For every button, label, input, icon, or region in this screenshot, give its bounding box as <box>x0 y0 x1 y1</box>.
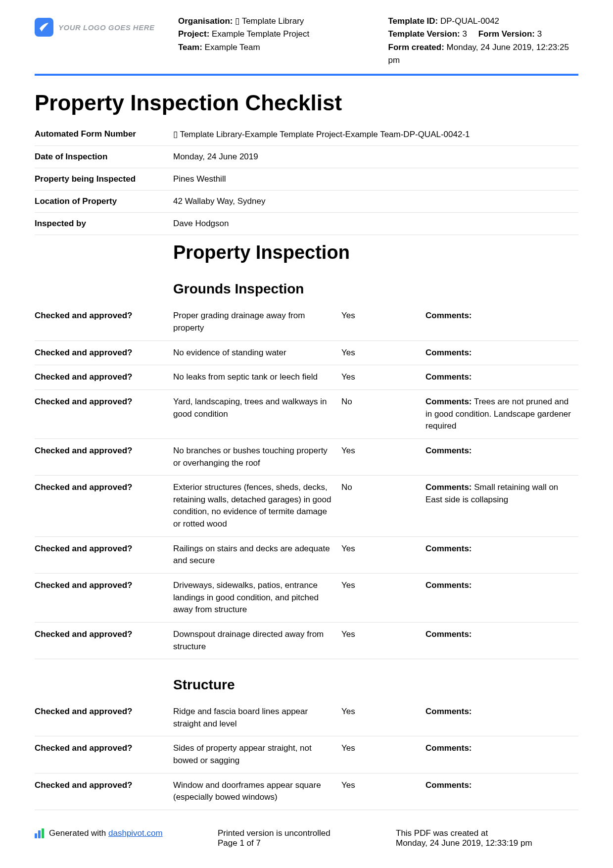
comments-label: Comments: <box>425 372 472 382</box>
check-row: Checked and approved?No branches or bush… <box>35 438 578 475</box>
check-row: Checked and approved?Ridge and fascia bo… <box>35 700 578 736</box>
check-desc: Driveways, sidewalks, patios, entrance l… <box>173 573 341 622</box>
check-desc: Window and doorframes appear square (esp… <box>173 773 341 810</box>
check-desc: Ridge and fascia board lines appear stra… <box>173 700 341 736</box>
check-row: Checked and approved?Exterior structures… <box>35 476 578 537</box>
grounds-table: Checked and approved?Proper grading drai… <box>35 304 578 659</box>
bars-icon <box>35 828 44 838</box>
comments-label: Comments: <box>425 348 472 357</box>
section-heading: Property Inspection <box>35 242 578 263</box>
info-value: Dave Hodgson <box>173 213 578 235</box>
check-comments: Comments: <box>425 365 578 390</box>
comments-label: Comments: <box>425 707 472 716</box>
comments-label: Comments: <box>425 629 472 639</box>
check-comments: Comments: <box>425 340 578 365</box>
comments-label: Comments: <box>425 580 472 590</box>
info-label: Date of Inspection <box>35 146 173 168</box>
comments-label: Comments: <box>425 446 472 455</box>
info-label: Automated Form Number <box>35 123 173 146</box>
page: YOUR LOGO GOES HERE Organisation: ▯ Temp… <box>0 0 613 868</box>
info-row: Date of InspectionMonday, 24 June 2019 <box>35 146 578 168</box>
team-value: Example Team <box>205 43 260 52</box>
logo-icon <box>35 18 53 37</box>
check-answer: Yes <box>341 304 425 340</box>
check-question-label: Checked and approved? <box>35 340 173 365</box>
info-row: Location of Property42 Wallaby Way, Sydn… <box>35 191 578 213</box>
check-answer: Yes <box>341 536 425 573</box>
check-desc: Exterior structures (fences, sheds, deck… <box>173 476 341 537</box>
comments-label: Comments: <box>425 482 472 492</box>
form-version-value: 3 <box>537 29 542 39</box>
info-row: Property being InspectedPines Westhill <box>35 168 578 191</box>
uncontrolled-text: Printed version is uncontrolled <box>218 828 396 838</box>
check-desc: Downspout drainage directed away from st… <box>173 622 341 659</box>
generated-prefix: Generated with <box>49 828 108 838</box>
check-comments: Comments: Small retaining wall on East s… <box>425 476 578 537</box>
check-answer: Yes <box>341 773 425 810</box>
header: YOUR LOGO GOES HERE Organisation: ▯ Temp… <box>35 15 578 76</box>
page-number: Page 1 of 7 <box>218 838 396 848</box>
check-desc: Yard, landscaping, trees and walkways in… <box>173 389 341 438</box>
check-answer: Yes <box>341 340 425 365</box>
info-row: Inspected byDave Hodgson <box>35 213 578 235</box>
template-id-label: Template ID: <box>388 16 438 26</box>
logo-text: YOUR LOGO GOES HERE <box>58 23 155 32</box>
check-desc: No branches or bushes touching property … <box>173 438 341 475</box>
logo-block: YOUR LOGO GOES HERE <box>35 15 178 37</box>
check-comments: Comments: <box>425 773 578 810</box>
check-question-label: Checked and approved? <box>35 536 173 573</box>
info-label: Location of Property <box>35 191 173 213</box>
structure-heading: Structure <box>35 677 578 693</box>
check-comments: Comments: <box>425 736 578 773</box>
comments-label: Comments: <box>425 311 472 320</box>
check-desc: No evidence of standing water <box>173 340 341 365</box>
page-title: Property Inspection Checklist <box>35 91 578 115</box>
info-table: Automated Form Number▯ Template Library-… <box>35 123 578 235</box>
org-value: ▯ Template Library <box>235 16 304 26</box>
check-row: Checked and approved?Sides of property a… <box>35 736 578 773</box>
info-row: Automated Form Number▯ Template Library-… <box>35 123 578 146</box>
comments-label: Comments: <box>425 780 472 790</box>
check-question-label: Checked and approved? <box>35 622 173 659</box>
footer: Generated with dashpivot.com Printed ver… <box>35 828 578 848</box>
form-created-label: Form created: <box>388 43 444 52</box>
pdf-created-label: This PDF was created at <box>396 828 578 838</box>
check-comments: Comments: <box>425 438 578 475</box>
check-desc: Railings on stairs and decks are adequat… <box>173 536 341 573</box>
check-comments: Comments: Trees are not pruned and in go… <box>425 389 578 438</box>
project-value: Example Template Project <box>212 29 309 39</box>
check-question-label: Checked and approved? <box>35 736 173 773</box>
pdf-created-value: Monday, 24 June 2019, 12:33:19 pm <box>396 838 578 848</box>
check-answer: Yes <box>341 573 425 622</box>
check-answer: No <box>341 389 425 438</box>
check-comments: Comments: <box>425 573 578 622</box>
check-row: Checked and approved?Railings on stairs … <box>35 536 578 573</box>
grounds-heading: Grounds Inspection <box>35 281 578 297</box>
check-answer: Yes <box>341 736 425 773</box>
check-row: Checked and approved?Downspout drainage … <box>35 622 578 659</box>
check-answer: Yes <box>341 622 425 659</box>
check-question-label: Checked and approved? <box>35 476 173 537</box>
check-question-label: Checked and approved? <box>35 573 173 622</box>
project-label: Project: <box>178 29 209 39</box>
check-comments: Comments: <box>425 304 578 340</box>
generated-link[interactable]: dashpivot.com <box>108 828 163 838</box>
check-question-label: Checked and approved? <box>35 365 173 390</box>
form-version-label: Form Version: <box>478 29 535 39</box>
info-label: Property being Inspected <box>35 168 173 191</box>
check-desc: No leaks from septic tank or leech field <box>173 365 341 390</box>
check-row: Checked and approved?Yard, landscaping, … <box>35 389 578 438</box>
check-question-label: Checked and approved? <box>35 700 173 736</box>
info-label: Inspected by <box>35 213 173 235</box>
check-comments: Comments: <box>425 622 578 659</box>
check-answer: Yes <box>341 365 425 390</box>
team-label: Team: <box>178 43 202 52</box>
structure-table: Checked and approved?Ridge and fascia bo… <box>35 700 578 810</box>
template-version-label: Template Version: <box>388 29 460 39</box>
check-question-label: Checked and approved? <box>35 773 173 810</box>
info-value: ▯ Template Library-Example Template Proj… <box>173 123 578 146</box>
info-value: Monday, 24 June 2019 <box>173 146 578 168</box>
check-row: Checked and approved?Proper grading drai… <box>35 304 578 340</box>
check-question-label: Checked and approved? <box>35 304 173 340</box>
check-question-label: Checked and approved? <box>35 438 173 475</box>
